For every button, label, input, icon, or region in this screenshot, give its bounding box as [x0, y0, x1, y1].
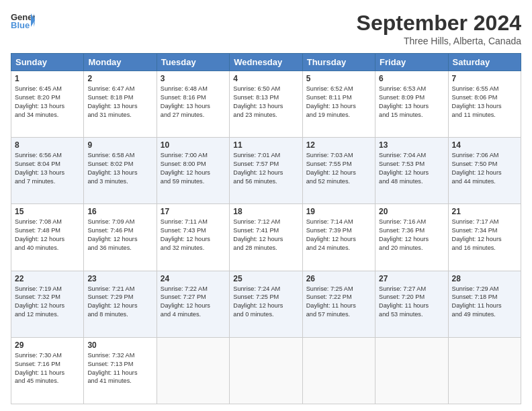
week-row: 29Sunrise: 7:30 AM Sunset: 7:16 PM Dayli…	[11, 337, 521, 404]
calendar-cell: 15Sunrise: 7:08 AM Sunset: 7:48 PM Dayli…	[11, 204, 84, 271]
day-number: 18	[233, 207, 298, 216]
day-info: Sunrise: 6:50 AM Sunset: 8:13 PM Dayligh…	[233, 85, 298, 120]
day-info: Sunrise: 7:08 AM Sunset: 7:48 PM Dayligh…	[15, 218, 80, 253]
calendar-cell	[230, 337, 302, 404]
day-info: Sunrise: 6:45 AM Sunset: 8:20 PM Dayligh…	[15, 85, 80, 120]
calendar-cell: 25Sunrise: 7:24 AM Sunset: 7:25 PM Dayli…	[230, 271, 302, 337]
calendar-cell: 17Sunrise: 7:11 AM Sunset: 7:43 PM Dayli…	[157, 204, 229, 271]
calendar-cell: 22Sunrise: 7:19 AM Sunset: 7:32 PM Dayli…	[11, 271, 84, 337]
day-info: Sunrise: 7:29 AM Sunset: 7:18 PM Dayligh…	[452, 285, 517, 320]
day-number: 13	[379, 140, 444, 150]
calendar-cell: 21Sunrise: 7:17 AM Sunset: 7:34 PM Dayli…	[448, 204, 521, 271]
day-info: Sunrise: 6:52 AM Sunset: 8:11 PM Dayligh…	[306, 85, 371, 120]
calendar-cell: 7Sunrise: 6:55 AM Sunset: 8:06 PM Daylig…	[448, 71, 521, 138]
calendar-cell: 4Sunrise: 6:50 AM Sunset: 8:13 PM Daylig…	[230, 71, 302, 138]
day-info: Sunrise: 7:21 AM Sunset: 7:29 PM Dayligh…	[87, 285, 152, 320]
day-info: Sunrise: 6:58 AM Sunset: 8:02 PM Dayligh…	[87, 151, 152, 186]
day-info: Sunrise: 7:16 AM Sunset: 7:36 PM Dayligh…	[379, 218, 444, 253]
logo-icon: General Blue	[11, 11, 35, 30]
week-row: 8Sunrise: 6:56 AM Sunset: 8:04 PM Daylig…	[11, 138, 521, 204]
day-info: Sunrise: 7:01 AM Sunset: 7:57 PM Dayligh…	[233, 151, 298, 186]
calendar-cell: 5Sunrise: 6:52 AM Sunset: 8:11 PM Daylig…	[302, 71, 375, 138]
title-block: September 2024 Three Hills, Alberta, Can…	[357, 11, 521, 46]
day-number: 24	[161, 274, 226, 283]
calendar-cell: 13Sunrise: 7:04 AM Sunset: 7:53 PM Dayli…	[375, 138, 448, 204]
day-number: 26	[306, 274, 371, 283]
day-info: Sunrise: 7:30 AM Sunset: 7:16 PM Dayligh…	[15, 351, 80, 386]
day-info: Sunrise: 7:09 AM Sunset: 7:46 PM Dayligh…	[87, 218, 152, 253]
day-number: 30	[87, 340, 152, 350]
calendar-cell: 1Sunrise: 6:45 AM Sunset: 8:20 PM Daylig…	[11, 71, 84, 138]
day-number: 17	[161, 207, 226, 216]
calendar-cell	[448, 337, 521, 404]
month-title: September 2024	[357, 11, 521, 36]
calendar-cell: 19Sunrise: 7:14 AM Sunset: 7:39 PM Dayli…	[302, 204, 375, 271]
calendar-cell	[302, 337, 375, 404]
day-header-friday: Friday	[375, 54, 448, 71]
day-number: 9	[87, 140, 152, 150]
week-row: 15Sunrise: 7:08 AM Sunset: 7:48 PM Dayli…	[11, 204, 521, 271]
day-info: Sunrise: 7:25 AM Sunset: 7:22 PM Dayligh…	[306, 285, 371, 320]
day-header-wednesday: Wednesday	[230, 54, 302, 71]
day-number: 27	[379, 274, 444, 283]
calendar-cell: 3Sunrise: 6:48 AM Sunset: 8:16 PM Daylig…	[157, 71, 229, 138]
day-info: Sunrise: 7:00 AM Sunset: 8:00 PM Dayligh…	[161, 151, 226, 186]
day-info: Sunrise: 7:24 AM Sunset: 7:25 PM Dayligh…	[233, 285, 298, 320]
calendar-cell: 16Sunrise: 7:09 AM Sunset: 7:46 PM Dayli…	[84, 204, 157, 271]
day-info: Sunrise: 7:27 AM Sunset: 7:20 PM Dayligh…	[379, 285, 444, 320]
day-number: 3	[161, 74, 226, 83]
day-header-sunday: Sunday	[11, 54, 84, 71]
day-header-thursday: Thursday	[302, 54, 375, 71]
calendar-cell: 2Sunrise: 6:47 AM Sunset: 8:18 PM Daylig…	[84, 71, 157, 138]
calendar-body: 1Sunrise: 6:45 AM Sunset: 8:20 PM Daylig…	[11, 71, 521, 404]
day-info: Sunrise: 7:22 AM Sunset: 7:27 PM Dayligh…	[161, 285, 226, 320]
calendar-cell: 27Sunrise: 7:27 AM Sunset: 7:20 PM Dayli…	[375, 271, 448, 337]
day-number: 10	[161, 140, 226, 150]
day-number: 22	[15, 274, 80, 283]
day-number: 23	[87, 274, 152, 283]
day-info: Sunrise: 7:32 AM Sunset: 7:13 PM Dayligh…	[87, 351, 152, 386]
day-info: Sunrise: 6:48 AM Sunset: 8:16 PM Dayligh…	[161, 85, 226, 120]
day-number: 4	[233, 74, 298, 83]
calendar-cell: 20Sunrise: 7:16 AM Sunset: 7:36 PM Dayli…	[375, 204, 448, 271]
day-info: Sunrise: 7:12 AM Sunset: 7:41 PM Dayligh…	[233, 218, 298, 253]
calendar-cell: 12Sunrise: 7:03 AM Sunset: 7:55 PM Dayli…	[302, 138, 375, 204]
day-number: 14	[452, 140, 517, 150]
day-number: 20	[379, 207, 444, 216]
day-number: 11	[233, 140, 298, 150]
day-info: Sunrise: 7:17 AM Sunset: 7:34 PM Dayligh…	[452, 218, 517, 253]
calendar-cell: 26Sunrise: 7:25 AM Sunset: 7:22 PM Dayli…	[302, 271, 375, 337]
day-info: Sunrise: 7:06 AM Sunset: 7:50 PM Dayligh…	[452, 151, 517, 186]
day-info: Sunrise: 7:04 AM Sunset: 7:53 PM Dayligh…	[379, 151, 444, 186]
day-number: 25	[233, 274, 298, 283]
day-number: 5	[306, 74, 371, 83]
calendar-cell: 18Sunrise: 7:12 AM Sunset: 7:41 PM Dayli…	[230, 204, 302, 271]
calendar-cell: 29Sunrise: 7:30 AM Sunset: 7:16 PM Dayli…	[11, 337, 84, 404]
calendar-cell: 24Sunrise: 7:22 AM Sunset: 7:27 PM Dayli…	[157, 271, 229, 337]
calendar-cell: 8Sunrise: 6:56 AM Sunset: 8:04 PM Daylig…	[11, 138, 84, 204]
day-info: Sunrise: 7:03 AM Sunset: 7:55 PM Dayligh…	[306, 151, 371, 186]
day-info: Sunrise: 6:53 AM Sunset: 8:09 PM Dayligh…	[379, 85, 444, 120]
calendar-cell: 28Sunrise: 7:29 AM Sunset: 7:18 PM Dayli…	[448, 271, 521, 337]
week-row: 1Sunrise: 6:45 AM Sunset: 8:20 PM Daylig…	[11, 71, 521, 138]
calendar-cell: 6Sunrise: 6:53 AM Sunset: 8:09 PM Daylig…	[375, 71, 448, 138]
calendar-cell: 23Sunrise: 7:21 AM Sunset: 7:29 PM Dayli…	[84, 271, 157, 337]
day-number: 28	[452, 274, 517, 283]
day-number: 1	[15, 74, 80, 83]
location: Three Hills, Alberta, Canada	[357, 36, 521, 46]
day-info: Sunrise: 7:19 AM Sunset: 7:32 PM Dayligh…	[15, 285, 80, 320]
calendar-cell	[157, 337, 229, 404]
logo: General Blue	[11, 11, 35, 30]
calendar-cell: 9Sunrise: 6:58 AM Sunset: 8:02 PM Daylig…	[84, 138, 157, 204]
day-info: Sunrise: 6:56 AM Sunset: 8:04 PM Dayligh…	[15, 151, 80, 186]
week-row: 22Sunrise: 7:19 AM Sunset: 7:32 PM Dayli…	[11, 271, 521, 337]
calendar-cell: 30Sunrise: 7:32 AM Sunset: 7:13 PM Dayli…	[84, 337, 157, 404]
calendar-table: SundayMondayTuesdayWednesdayThursdayFrid…	[11, 53, 521, 404]
day-header-tuesday: Tuesday	[157, 54, 229, 71]
day-header-saturday: Saturday	[448, 54, 521, 71]
day-info: Sunrise: 7:14 AM Sunset: 7:39 PM Dayligh…	[306, 218, 371, 253]
calendar-header-row: SundayMondayTuesdayWednesdayThursdayFrid…	[11, 54, 521, 71]
day-number: 12	[306, 140, 371, 150]
calendar-cell	[375, 337, 448, 404]
calendar-cell: 11Sunrise: 7:01 AM Sunset: 7:57 PM Dayli…	[230, 138, 302, 204]
